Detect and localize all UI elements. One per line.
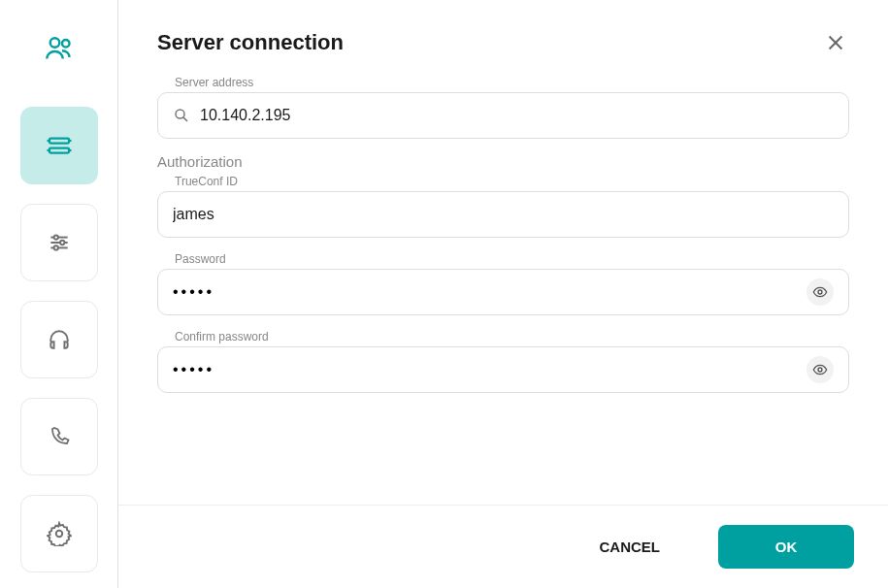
trueconf-id-row[interactable]	[157, 191, 849, 238]
password-group: Password •••••	[157, 252, 849, 315]
sidebar-item-server[interactable]	[20, 107, 98, 184]
main-panel: Server connection Server address Authori…	[118, 0, 888, 588]
svg-line-18	[183, 117, 187, 121]
users-icon	[40, 29, 79, 68]
server-address-input[interactable]	[200, 107, 834, 124]
svg-rect-3	[49, 148, 69, 153]
dialog-header: Server connection	[118, 0, 888, 76]
search-icon	[173, 107, 190, 124]
confirm-password-group: Confirm password •••••	[157, 330, 849, 393]
ok-button[interactable]: OK	[718, 525, 854, 569]
svg-point-19	[818, 290, 822, 294]
svg-point-0	[49, 38, 59, 48]
authorization-section-label: Authorization	[157, 153, 849, 170]
eye-icon	[812, 284, 828, 300]
svg-point-13	[53, 245, 57, 249]
close-icon	[825, 32, 846, 53]
trueconf-id-input[interactable]	[173, 206, 834, 223]
sidebar-item-settings[interactable]	[20, 495, 98, 572]
confirm-password-label: Confirm password	[175, 330, 849, 343]
server-address-row[interactable]	[157, 92, 849, 139]
svg-point-12	[60, 241, 64, 245]
svg-point-1	[62, 40, 70, 48]
cancel-button[interactable]: CANCEL	[580, 527, 680, 567]
confirm-password-input[interactable]: •••••	[173, 361, 806, 378]
svg-point-17	[176, 110, 184, 118]
svg-rect-2	[49, 139, 69, 144]
svg-point-14	[55, 531, 62, 538]
close-button[interactable]	[822, 29, 849, 56]
password-label: Password	[175, 252, 849, 266]
password-visibility-toggle[interactable]	[806, 278, 834, 306]
svg-point-20	[818, 368, 822, 372]
server-address-group: Server address	[157, 76, 849, 139]
confirm-password-row[interactable]: •••••	[157, 346, 849, 393]
password-input[interactable]: •••••	[173, 283, 806, 301]
server-address-label: Server address	[175, 76, 849, 89]
svg-point-11	[53, 235, 57, 239]
dialog-title: Server connection	[157, 30, 344, 55]
sidebar-item-audio[interactable]	[20, 301, 98, 378]
form-content: Server address Authorization TrueConf ID…	[118, 76, 888, 505]
sidebar-item-sliders[interactable]	[20, 204, 98, 281]
confirm-password-visibility-toggle[interactable]	[806, 356, 834, 383]
sidebar	[0, 0, 118, 588]
trueconf-id-label: TrueConf ID	[175, 175, 849, 188]
trueconf-id-group: TrueConf ID	[157, 175, 849, 238]
eye-icon	[812, 362, 828, 377]
dialog-footer: CANCEL OK	[118, 505, 888, 588]
sidebar-item-phone[interactable]	[20, 398, 98, 475]
password-row[interactable]: •••••	[157, 269, 849, 315]
